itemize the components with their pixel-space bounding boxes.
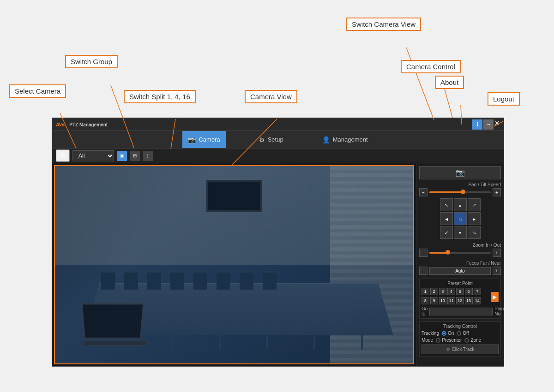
nav-setup-label: Setup xyxy=(268,136,283,143)
preset-13[interactable]: 13 xyxy=(465,297,473,304)
zoom-section: Zoom In / Out − + xyxy=(419,243,501,257)
focus-auto-button[interactable]: Auto xyxy=(429,267,491,275)
zoom-in-button[interactable]: + xyxy=(493,249,501,257)
ptz-dl-button[interactable] xyxy=(440,226,453,239)
annotation-about: About xyxy=(435,76,464,89)
zoom-label: Zoom In / Out xyxy=(419,243,501,248)
ptz-ur-button[interactable] xyxy=(468,198,481,211)
tracking-on-radio[interactable] xyxy=(442,331,446,336)
annotation-camera-view: Camera View xyxy=(245,90,297,103)
pan-tilt-label: Pan / Tilt Speed xyxy=(419,182,501,187)
pan-tilt-increase-button[interactable]: + xyxy=(493,188,501,196)
nav-management[interactable]: 👤 Management xyxy=(317,131,373,148)
focus-row: − Auto + xyxy=(419,267,501,275)
ptz-dr-button[interactable] xyxy=(468,226,481,239)
ptz-home-button[interactable] xyxy=(454,212,467,225)
preset-grid-row1: 1 2 3 4 5 6 7 xyxy=(422,288,490,295)
pan-tilt-speed-row: − + xyxy=(419,188,501,196)
preset-1[interactable]: 1 xyxy=(422,288,429,295)
tracking-off-option[interactable]: Off xyxy=(457,331,469,336)
annotation-switch-split: Switch Split 1, 4, 16 xyxy=(124,90,196,103)
conference-room-image xyxy=(55,166,413,363)
nav-management-label: Management xyxy=(333,136,368,143)
snapshot-button[interactable]: 📷 xyxy=(419,166,501,179)
preset-10[interactable]: 10 xyxy=(439,297,447,304)
goto-row: Go to Point No. xyxy=(422,306,499,316)
ptz-grid xyxy=(419,198,501,239)
preset-12[interactable]: 12 xyxy=(456,297,464,304)
tracking-on-label: On xyxy=(448,331,454,336)
ptz-up-button[interactable] xyxy=(454,198,467,211)
zone-option[interactable]: Zone xyxy=(464,338,481,343)
focus-far-button[interactable]: − xyxy=(419,267,428,275)
split-4-button[interactable]: ⊞ xyxy=(130,151,140,161)
pan-tilt-decrease-button[interactable]: − xyxy=(419,188,428,196)
preset-4[interactable]: 4 xyxy=(447,288,455,295)
ptz-down-button[interactable] xyxy=(454,226,467,239)
app-window: AVer PTZ Management ℹ ⇥ ✕ 📷 Camera ⚙ Set… xyxy=(52,118,504,367)
preset-section: Preset Point 1 2 3 4 5 6 7 8 xyxy=(419,279,501,319)
info-button[interactable]: ℹ xyxy=(472,119,482,130)
menu-button[interactable]: ☰ xyxy=(56,149,70,162)
focus-section: Focus Far / Near − Auto + xyxy=(419,261,501,275)
close-button[interactable]: ✕ xyxy=(494,119,500,130)
ptz-right-button[interactable] xyxy=(468,212,481,225)
camera-view-container: PTZ310 xyxy=(54,165,414,364)
annotation-select-camera: Select Camera xyxy=(9,84,66,98)
preset-8[interactable]: 8 xyxy=(422,297,429,304)
nav-camera-label: Camera xyxy=(199,136,220,143)
mode-row: Mode Presenter Zone xyxy=(422,338,499,343)
presenter-option[interactable]: Presenter xyxy=(436,338,462,343)
preset-5[interactable]: 5 xyxy=(456,288,464,295)
tracking-section: Tracking Control Tracking On Off Mode xyxy=(419,321,501,356)
ptz-ul-button[interactable] xyxy=(440,198,453,211)
goto-label: Go to xyxy=(422,306,428,316)
tracking-title: Tracking Control xyxy=(422,324,499,329)
pan-tilt-speed-track[interactable] xyxy=(429,191,491,193)
tracking-off-label: Off xyxy=(463,331,469,336)
click-track-icon: ⚙ xyxy=(446,347,450,352)
toolbar: ☰ All ▣ ⊞ ⋮ xyxy=(52,148,504,163)
nav-setup[interactable]: ⚙ Setup xyxy=(253,131,289,148)
preset-9[interactable]: 9 xyxy=(430,297,438,304)
tracking-row: Tracking On Off xyxy=(422,331,499,336)
camera-nav-icon: 📷 xyxy=(188,136,196,143)
preset-2[interactable]: 2 xyxy=(430,288,438,295)
zone-radio[interactable] xyxy=(464,338,469,343)
tracking-on-option[interactable]: On xyxy=(442,331,454,336)
click-track-label: Click Track xyxy=(452,347,475,352)
point-no-label: Point No. xyxy=(494,306,504,316)
setup-nav-icon: ⚙ xyxy=(259,136,265,143)
click-track-button[interactable]: ⚙ Click Track xyxy=(422,344,499,354)
zoom-speed-track[interactable] xyxy=(429,252,491,254)
ptz-left-button[interactable] xyxy=(440,212,453,225)
title-bar: AVer PTZ Management ℹ ⇥ ✕ xyxy=(52,118,504,131)
preset-title: Preset Point xyxy=(422,281,499,286)
preset-6[interactable]: 6 xyxy=(465,288,473,295)
focus-near-button[interactable]: + xyxy=(493,267,501,275)
preset-7[interactable]: 7 xyxy=(474,288,482,295)
logout-button[interactable]: ⇥ xyxy=(483,119,494,130)
preset-grid-row2: 8 9 10 11 12 13 14 xyxy=(422,297,490,304)
split-1-button[interactable]: ▣ xyxy=(117,151,127,161)
goto-input[interactable] xyxy=(429,308,493,315)
preset-11[interactable]: 11 xyxy=(447,297,455,304)
presenter-label: Presenter xyxy=(442,338,462,343)
annotation-camera-control: Camera Control xyxy=(401,60,461,73)
app-title: PTZ Management xyxy=(69,122,108,127)
preset-3[interactable]: 3 xyxy=(439,288,447,295)
nav-bar: 📷 Camera ⚙ Setup 👤 Management xyxy=(52,131,504,148)
group-dropdown[interactable]: All xyxy=(72,150,114,161)
presenter-radio[interactable] xyxy=(436,338,440,343)
content-area: PTZ310 xyxy=(52,163,504,366)
blue-tint xyxy=(55,166,413,363)
zoom-out-button[interactable]: − xyxy=(419,249,428,257)
management-nav-icon: 👤 xyxy=(322,136,330,143)
preset-next-button[interactable]: ▶ xyxy=(491,292,499,302)
split-16-button[interactable]: ⋮ xyxy=(143,151,153,161)
svg-line-0 xyxy=(406,48,434,120)
preset-14[interactable]: 14 xyxy=(474,297,482,304)
control-panel: 📷 Pan / Tilt Speed − + xyxy=(416,163,504,366)
tracking-off-radio[interactable] xyxy=(457,331,461,336)
nav-camera[interactable]: 📷 Camera xyxy=(182,131,225,148)
